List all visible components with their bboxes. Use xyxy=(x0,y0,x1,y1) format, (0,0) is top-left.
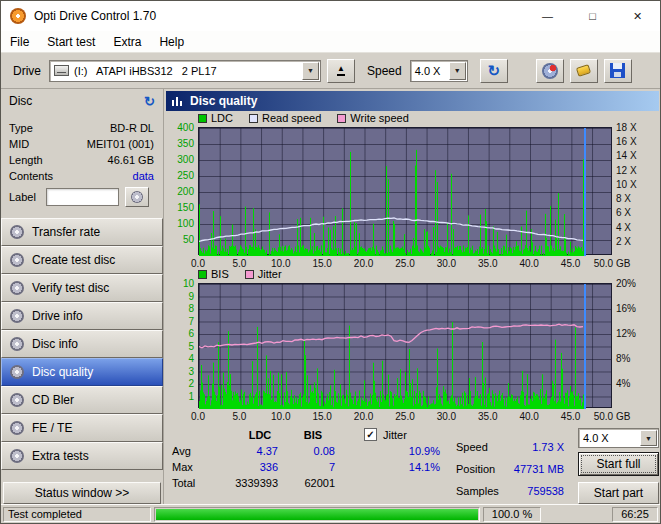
disc-icon xyxy=(10,421,24,435)
bis-avg-value: 0.08 xyxy=(283,445,335,457)
menu-start-test[interactable]: Start test xyxy=(38,33,104,51)
chevron-down-icon[interactable]: ▼ xyxy=(449,62,466,80)
bis-max-value: 7 xyxy=(283,461,335,473)
x-axis-label: 30.0 xyxy=(423,411,469,422)
info-label: Contents xyxy=(9,170,53,185)
jitter-checkbox[interactable]: ✓ xyxy=(364,428,377,441)
y-axis-left-label: 7 xyxy=(162,316,194,327)
y-axis-left-label: 150 xyxy=(162,202,194,213)
y-axis-left-label: 2 xyxy=(162,378,194,389)
disc-icon xyxy=(131,191,143,203)
sidebar-item-label: Extra tests xyxy=(32,449,89,463)
y-axis-right-label: 14 X xyxy=(616,150,652,161)
sidebar-item-label: Create test disc xyxy=(32,253,115,267)
x-axis-label: 40.0 xyxy=(506,411,552,422)
sidebar-item-label: Verify test disc xyxy=(32,281,109,295)
x-axis-label: 35.0 xyxy=(465,411,511,422)
sidebar-item-fe-te[interactable]: FE / TE xyxy=(1,414,163,442)
sidebar-item-drive-info[interactable]: Drive info xyxy=(1,302,163,330)
x-axis-label: 5.0 xyxy=(216,411,262,422)
overlay-curve xyxy=(199,324,583,348)
sidebar-item-label: CD Bler xyxy=(32,393,74,407)
sidebar-item-disc-quality[interactable]: Disc quality xyxy=(1,358,163,386)
contents-link[interactable]: data xyxy=(133,170,154,185)
ldc-column-header: LDC xyxy=(238,429,282,441)
disc-length-row: Length 46.61 GB xyxy=(9,154,154,169)
chevron-down-icon[interactable]: ▼ xyxy=(640,430,657,446)
sidebar-item-create-test-disc[interactable]: Create test disc xyxy=(1,246,163,274)
eject-icon: ▲ xyxy=(337,65,345,76)
legend-label: Read speed xyxy=(262,112,321,124)
status-window-button[interactable]: Status window >> xyxy=(3,482,161,504)
jitter-checkbox-label: Jitter xyxy=(383,429,407,441)
speed-select[interactable]: 4.0 X ▼ xyxy=(410,60,468,82)
refresh-button[interactable]: ↻ xyxy=(480,59,508,83)
statusbar-filler xyxy=(544,507,609,522)
disc-type-row: Type BD-R DL xyxy=(9,122,154,137)
window-title: Opti Drive Control 1.70 xyxy=(34,9,156,23)
menu-extra[interactable]: Extra xyxy=(104,33,150,51)
sidebar-item-extra-tests[interactable]: Extra tests xyxy=(1,442,163,470)
legend-item: Write speed xyxy=(337,112,409,124)
menu-help[interactable]: Help xyxy=(150,33,193,51)
legend-color-icon xyxy=(245,270,254,279)
eject-button[interactable]: ▲ xyxy=(327,59,355,83)
main-panel: Disc quality LDC BIS Avg 4.37 0.08 Max 3… xyxy=(163,89,661,504)
y-axis-right-label: 10 X xyxy=(616,179,652,190)
label-edit-button[interactable] xyxy=(125,187,149,207)
x-axis-label: 20.0 xyxy=(341,258,387,269)
position-info-value: 47731 MB xyxy=(494,463,564,475)
bis-total-value: 62001 xyxy=(283,477,335,489)
sidebar-item-cd-bler[interactable]: CD Bler xyxy=(1,386,163,414)
sidebar-item-label: Transfer rate xyxy=(32,225,100,239)
app-disc-icon xyxy=(10,8,26,24)
position-info-label: Position xyxy=(456,463,495,475)
max-row-label: Max xyxy=(172,461,193,473)
disc-icon xyxy=(10,337,24,351)
close-button[interactable]: ✕ xyxy=(615,1,660,31)
y-axis-left-label: 250 xyxy=(162,170,194,181)
start-part-button[interactable]: Start part xyxy=(578,482,659,504)
save-button[interactable] xyxy=(604,59,632,83)
chart-legend: BISJitter xyxy=(198,268,282,280)
drive-select[interactable]: (I:) ATAPI iHBS312 2 PL17 ▼ xyxy=(49,60,321,82)
minimize-button[interactable]: — xyxy=(525,1,570,31)
sidebar-item-verify-test-disc[interactable]: Verify test disc xyxy=(1,274,163,302)
status-message: Test completed xyxy=(3,507,151,522)
start-full-button[interactable]: Start full xyxy=(578,452,659,476)
erase-disc-button[interactable] xyxy=(570,59,598,83)
sidebar-item-transfer-rate[interactable]: Transfer rate xyxy=(1,218,163,246)
label-input[interactable] xyxy=(46,188,119,206)
y-axis-right-label: 2 X xyxy=(616,236,652,247)
chart-plot xyxy=(198,283,612,408)
chevron-down-icon[interactable]: ▼ xyxy=(302,62,319,80)
y-axis-left-label: 400 xyxy=(162,122,194,133)
info-label: MID xyxy=(9,138,29,153)
speed-info-value: 1.73 X xyxy=(494,441,564,453)
x-axis-label: 50.0 GB xyxy=(589,258,635,269)
menu-file[interactable]: File xyxy=(1,33,38,51)
legend-label: BIS xyxy=(211,268,229,280)
y-axis-left-label: 3 xyxy=(162,366,194,377)
avg-row-label: Avg xyxy=(172,445,191,457)
chart-icon xyxy=(172,96,184,106)
burn-disc-button[interactable] xyxy=(536,59,564,83)
legend-color-icon xyxy=(337,114,346,123)
progress-bar xyxy=(154,507,480,522)
x-axis-label: 0.0 xyxy=(175,411,221,422)
sidebar-item-disc-info[interactable]: Disc info xyxy=(1,330,163,358)
maximize-button[interactable]: □ xyxy=(570,1,615,31)
y-axis-left-label: 4 xyxy=(162,353,194,364)
x-axis-label: 25.0 xyxy=(382,411,428,422)
y-axis-right-label: 16 X xyxy=(616,136,652,147)
x-axis-label: 30.0 xyxy=(423,258,469,269)
error-spikes xyxy=(200,150,585,256)
sidebar: Disc ↻ Type BD-R DL MID MEIT01 (001) Len… xyxy=(1,89,163,504)
legend-item: Jitter xyxy=(245,268,282,280)
legend-item: Read speed xyxy=(249,112,321,124)
chart-plot xyxy=(198,127,612,255)
disc-refresh-button[interactable]: ↻ xyxy=(144,94,155,109)
test-speed-select[interactable]: 4.0 X ▼ xyxy=(578,428,659,448)
progress-fill xyxy=(156,509,478,520)
disc-header-label: Disc xyxy=(9,94,32,108)
